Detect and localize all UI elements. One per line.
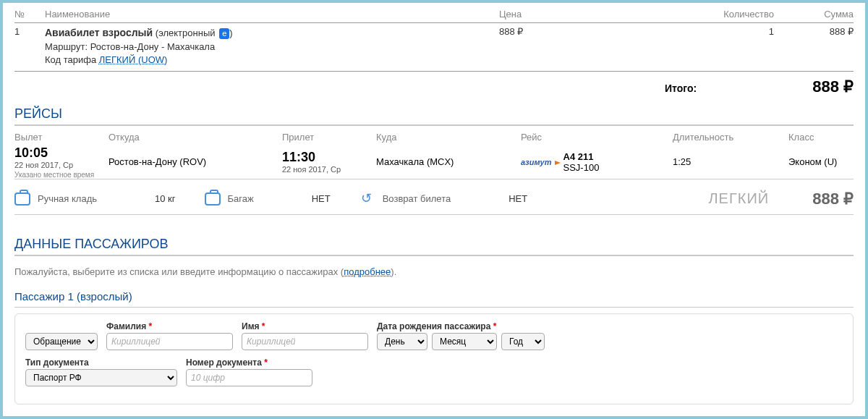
refund-value: НЕТ <box>509 193 527 204</box>
salutation-select[interactable]: Обращение <box>25 333 98 350</box>
name-group: Имя * <box>242 321 368 350</box>
route-label: Маршрут: <box>45 41 88 52</box>
dep-cell: 10:05 22 ноя 2017, Ср Указано местное вр… <box>14 145 109 179</box>
flight-row: 10:05 22 ноя 2017, Ср Указано местное вр… <box>14 144 854 179</box>
dob-label: Дата рождения пассажира <box>377 321 490 331</box>
item-qty: 1 <box>629 26 774 67</box>
docnum-group: Номер документа * <box>186 357 312 386</box>
route-value: Ростов-на-Дону - Махачкала <box>90 41 216 52</box>
tariff-name: ЛЕГКИЙ <box>708 190 769 207</box>
dob-group: Дата рождения пассажира * День Месяц Год <box>377 321 545 350</box>
dob-month-select[interactable]: Месяц <box>432 333 497 350</box>
passengers-section-title: ДАННЫЕ ПАССАЖИРОВ <box>14 237 854 256</box>
docnum-input[interactable] <box>186 369 312 386</box>
dep-date: 22 ноя 2017, Ср <box>14 161 109 169</box>
flight-info: A4 211 SSJ-100 <box>563 151 600 173</box>
refund-icon <box>359 192 375 206</box>
passenger-form: Обращение Фамилия * Имя * Дата рождения … <box>14 313 854 405</box>
flight-number: A4 211 <box>563 151 594 162</box>
passenger-1-title: Пассажир 1 (взрослый) <box>14 290 854 308</box>
duration-cell: 1:25 <box>673 156 788 167</box>
hand-luggage-icon <box>14 192 30 206</box>
fare-code-link[interactable]: ЛЕГКИЙ (UOW) <box>99 54 168 65</box>
doctype-label: Тип документа <box>25 357 177 368</box>
fh-class: Класс <box>788 132 854 143</box>
tariff-price: 888 ₽ <box>812 190 854 208</box>
surname-input[interactable] <box>106 333 233 350</box>
baggage-label: Багаж <box>228 193 254 204</box>
fare-label: Код тарифа <box>45 54 96 65</box>
electronic-label: (электронный е) <box>156 27 233 38</box>
arr-cell: 11:30 22 ноя 2017, Ср <box>282 150 376 174</box>
local-time-note: Указано местное время <box>14 171 109 179</box>
refund-label: Возврат билета <box>383 193 451 204</box>
flight-cell: азимут A4 211 SSJ-100 <box>521 151 673 173</box>
passengers-section: ДАННЫЕ ПАССАЖИРОВ Пожалуйста, выберите и… <box>14 237 854 405</box>
item-sum: 888 ₽ <box>774 26 854 67</box>
doctype-group: Тип документа Паспорт РФ <box>25 357 177 386</box>
aircraft-type: SSJ-100 <box>563 162 600 173</box>
booking-page: № Наименование Цена Количество Сумма 1 А… <box>3 3 865 416</box>
col-price-header: Цена <box>499 9 629 20</box>
airline-logo-icon: азимут <box>521 158 559 166</box>
dep-time: 10:05 <box>14 145 109 161</box>
e-badge-icon: е <box>219 28 229 39</box>
salutation-group: Обращение <box>25 321 98 350</box>
fh-dep: Вылет <box>14 132 109 143</box>
from-cell: Ростов-на-Дону (ROV) <box>109 156 282 167</box>
hand-luggage-label: Ручная кладь <box>38 193 97 204</box>
dob-day-select[interactable]: День <box>377 333 427 350</box>
flights-header: Вылет Откуда Прилет Куда Рейс Длительнос… <box>14 127 854 144</box>
fh-to: Куда <box>376 132 521 143</box>
name-input[interactable] <box>242 333 368 350</box>
col-name-header: Наименование <box>45 9 499 20</box>
to-cell: Махачкала (MCX) <box>376 156 521 167</box>
dob-year-select[interactable]: Год <box>501 333 545 350</box>
item-row: 1 Авиабилет взрослый (электронный е) Мар… <box>14 23 854 72</box>
arr-time: 11:30 <box>282 150 376 165</box>
surname-group: Фамилия * <box>106 321 233 350</box>
passengers-note: Пожалуйста, выберите из списка или введи… <box>14 266 854 277</box>
baggage-value: НЕТ <box>312 193 331 204</box>
fh-flight: Рейс <box>521 132 673 143</box>
doctype-select[interactable]: Паспорт РФ <box>25 369 177 386</box>
baggage-icon <box>205 192 221 206</box>
fh-from: Откуда <box>109 132 282 143</box>
baggage-row: Ручная кладь 10 кг Багаж НЕТ Возврат бил… <box>14 179 854 215</box>
class-cell: Эконом (U) <box>788 156 854 167</box>
surname-label: Фамилия <box>106 321 146 331</box>
col-sum-header: Сумма <box>774 9 854 20</box>
item-name: Авиабилет взрослый (электронный е) Маршр… <box>45 26 499 67</box>
more-link[interactable]: подробнее <box>344 266 391 277</box>
col-num-header: № <box>14 9 45 20</box>
hand-luggage-value: 10 кг <box>155 193 176 204</box>
total-label: Итого: <box>665 82 697 94</box>
item-price: 888 ₽ <box>499 26 629 67</box>
items-header: № Наименование Цена Количество Сумма <box>14 4 854 23</box>
total-value: 888 ₽ <box>812 77 854 96</box>
docnum-label: Номер документа <box>186 357 262 368</box>
fh-arr: Прилет <box>282 132 376 143</box>
flights-section-title: РЕЙСЫ <box>14 106 854 126</box>
total-row: Итого: 888 ₽ <box>14 72 854 106</box>
col-qty-header: Количество <box>629 9 774 20</box>
name-label: Имя <box>242 321 260 331</box>
ticket-title: Авиабилет взрослый <box>45 27 153 38</box>
item-num: 1 <box>14 26 45 67</box>
fh-dur: Длительность <box>673 132 788 143</box>
arr-date: 22 ноя 2017, Ср <box>282 165 376 174</box>
